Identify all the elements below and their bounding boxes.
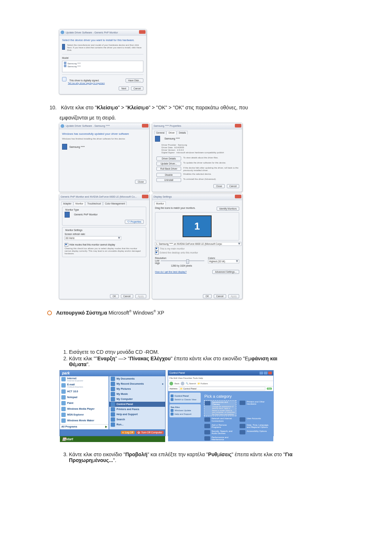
resolution-slider[interactable]	[161, 260, 204, 261]
start-left-item[interactable]: InternetInternet Explorer	[60, 376, 109, 382]
help-support-link[interactable]: Help and Support	[171, 413, 200, 416]
close-button[interactable]: Close	[135, 180, 146, 184]
close-icon[interactable]	[142, 195, 148, 198]
driver-details-button[interactable]: Driver Details	[156, 157, 181, 161]
ok-button[interactable]: OK	[203, 294, 211, 298]
folder-icon	[111, 402, 115, 406]
advanced-settings-button[interactable]: Advanced Settings...	[212, 270, 239, 274]
start-right-item[interactable]: My Recent Documents▸	[109, 381, 165, 386]
cp-category[interactable]: Appearance and ThemesChange the appearan…	[204, 401, 236, 416]
best-display-link[interactable]: How do I get the best display?	[155, 271, 187, 273]
category-icon	[240, 424, 245, 428]
start-left-item[interactable]: E-mailOutlook Express	[60, 382, 109, 389]
cp-category[interactable]: Network and Internet Connections	[204, 417, 236, 422]
start-right-item[interactable]: Help and Support	[109, 412, 165, 417]
cp-category[interactable]: Printers and Other Hardware	[240, 401, 271, 416]
tab-color-mgmt[interactable]: Color Management	[103, 202, 127, 205]
signing-link[interactable]: Tell me why driver signing is important	[68, 82, 105, 84]
start-left-item[interactable]: HCT 10.0	[60, 389, 109, 394]
tab-details[interactable]: Details	[177, 131, 188, 134]
monitor-icon	[155, 136, 160, 142]
app-icon	[61, 377, 66, 381]
display-select[interactable]: 1. Samsung **** on NVIDIA GeForce 6600 L…	[155, 242, 241, 246]
have-disk-button[interactable]: Have Disk...	[126, 78, 143, 82]
start-right-item[interactable]: My Computer	[109, 397, 165, 402]
chevron-down-icon	[238, 243, 240, 245]
cp-category[interactable]: Accessibility Options	[240, 430, 271, 435]
xp-control-panel: Control Panel File Edit View Favorites T…	[168, 370, 274, 436]
app-icon	[61, 401, 66, 405]
back-icon[interactable]	[61, 124, 64, 128]
forward-icon[interactable]	[181, 382, 184, 385]
start-left-item[interactable]: Paint	[60, 400, 109, 406]
tab-monitor[interactable]: Monitor	[154, 202, 166, 205]
back-icon[interactable]	[61, 31, 64, 34]
tab-monitor[interactable]: Monitor	[74, 202, 85, 205]
tab-general[interactable]: General	[154, 131, 166, 134]
start-right-item[interactable]: Run...	[109, 422, 165, 427]
disable-button[interactable]: Disable	[156, 173, 181, 177]
tab-troubleshoot[interactable]: Troubleshoot	[85, 202, 103, 205]
start-right-item[interactable]: Printers and Faxes	[109, 407, 165, 412]
cp-category[interactable]: Date, Time, Language, and Regional Optio…	[240, 424, 271, 429]
properties-button[interactable]: 🛡 Properties	[125, 220, 144, 224]
windows-update-link[interactable]: Windows Update	[171, 409, 200, 412]
cp-category[interactable]: Add or Remove Programs	[204, 424, 236, 429]
address-field[interactable]: 📁 Control Panel	[179, 387, 265, 390]
main-monitor-checkbox	[155, 247, 159, 251]
logoff-button[interactable]: ⎋ Log Off	[121, 431, 135, 434]
start-right-item[interactable]: My Pictures	[109, 386, 165, 392]
ok-button[interactable]: OK	[110, 294, 118, 298]
cancel-button[interactable]: Cancel	[214, 294, 226, 298]
cancel-button[interactable]: Cancel	[227, 184, 239, 188]
start-right-item[interactable]: My Music	[109, 392, 165, 397]
step-10: 10. Κάντε κλικ στο "Κλείσιμο" > "Κλείσιμ…	[47, 104, 345, 111]
rollback-driver-button[interactable]: Roll Back Driver	[156, 167, 181, 171]
switch-classic-link[interactable]: Switch to Classic View	[171, 398, 200, 401]
app-icon	[61, 383, 66, 388]
close-icon[interactable]	[235, 195, 241, 198]
close-icon[interactable]	[235, 124, 241, 127]
tab-driver[interactable]: Driver	[167, 131, 176, 134]
start-left-item[interactable]: MSN Explorer	[60, 412, 109, 418]
identify-monitors-button[interactable]: Identify Monitors	[217, 207, 239, 211]
hide-modes-checkbox[interactable]	[65, 243, 68, 247]
go-button[interactable]: Go	[267, 388, 272, 390]
start-right-item[interactable]: Search	[109, 417, 165, 422]
refresh-rate-dropdown[interactable]: 60 Hertz	[65, 236, 121, 240]
cp-category[interactable]: Sounds, Speech, and Audio Devices	[204, 430, 236, 435]
model-list[interactable]: Samsung **** Samsung ****	[62, 61, 143, 72]
start-menu-header: park	[60, 370, 165, 376]
cp-category[interactable]: Performance and Maintenance	[204, 436, 236, 441]
maximize-icon[interactable]	[264, 372, 268, 374]
category-icon	[204, 417, 210, 422]
app-icon	[61, 413, 66, 417]
close-icon[interactable]	[268, 372, 272, 374]
cancel-button[interactable]: Cancel	[121, 294, 133, 298]
start-left-item[interactable]: Windows Media Player	[60, 406, 109, 412]
close-icon[interactable]	[142, 124, 148, 127]
monitor-icon	[62, 44, 65, 50]
start-right-item[interactable]: Control Panel	[109, 402, 165, 407]
tab-adapter[interactable]: Adapter	[61, 202, 73, 205]
step-10-line2: εμφανίζονται με τη σειρά.	[60, 115, 345, 121]
close-icon[interactable]	[139, 30, 146, 34]
monitor-preview[interactable]: 1	[183, 215, 212, 237]
start-left-item[interactable]: Windows Movie Maker	[60, 418, 109, 424]
start-right-item[interactable]: My Documents	[109, 376, 165, 381]
start-left-item[interactable]: Notepad	[60, 394, 109, 400]
cp-category[interactable]: User Accounts	[240, 417, 271, 422]
back-icon[interactable]	[170, 382, 173, 385]
close-button[interactable]: Close	[213, 184, 225, 188]
next-button[interactable]: Next	[119, 86, 128, 90]
cancel-button[interactable]: Cancel	[131, 86, 143, 90]
all-programs[interactable]: All Programs▶	[60, 424, 109, 429]
colors-dropdown[interactable]: Highest (32 bit)	[208, 259, 239, 263]
taskbar-start[interactable]: 🪟 start	[60, 436, 165, 442]
turnoff-button[interactable]: ⏻ Turn Off Computer	[136, 431, 164, 434]
uninstall-button[interactable]: Uninstall	[156, 178, 181, 182]
folder-icon	[111, 387, 115, 391]
minimize-icon[interactable]	[260, 372, 263, 374]
update-driver-button[interactable]: Update Driver...	[156, 162, 181, 166]
cp-menubar[interactable]: File Edit View Favorites Tools Help	[168, 376, 273, 381]
